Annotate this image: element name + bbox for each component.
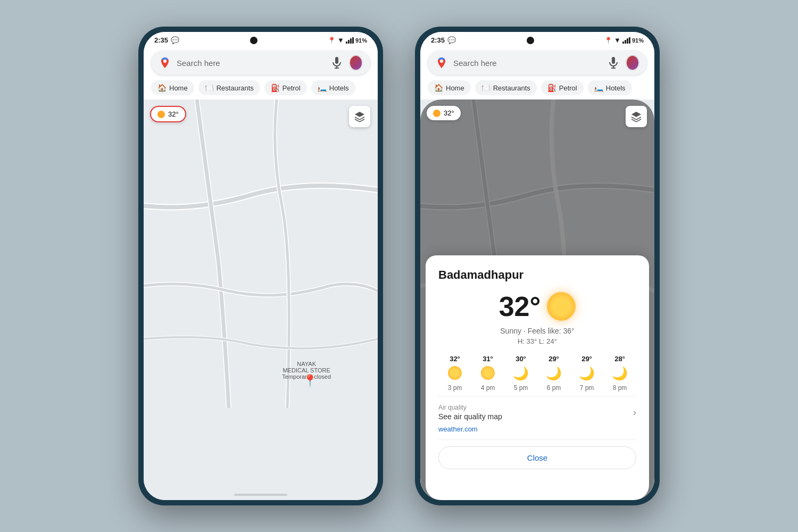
camera-notch-1 <box>250 37 257 44</box>
status-bar-2: 2:35 💬 📍 ▼ 91% <box>420 32 654 46</box>
temp-label-2: 32° <box>444 109 454 117</box>
weather-chip-1[interactable]: 32° <box>150 106 186 122</box>
hour-temp-4: 29° <box>581 355 592 363</box>
weather-temp-big: 32° <box>499 290 541 322</box>
hourly-temps-row: 32° 31° 30° 29° 29° 28° <box>438 355 636 363</box>
chip-restaurants-label-2: Restaurants <box>493 84 530 92</box>
chip-hotels-label-1: Hotels <box>329 84 349 92</box>
svg-rect-1 <box>335 57 338 64</box>
location-icon-1: 📍 <box>328 37 336 44</box>
phone-2: 2:35 💬 📍 ▼ 91% <box>415 27 660 505</box>
chips-row-1: 🏠 Home 🍽️ Restaurants ⛽ Petrol 🛏️ Hotels <box>144 78 378 99</box>
weather-source[interactable]: weather.com <box>438 421 636 440</box>
layers-icon-1 <box>354 111 365 122</box>
sun-icon-hour-0 <box>448 366 462 380</box>
chip-restaurants-2[interactable]: 🍽️ Restaurants <box>475 80 537 95</box>
temp-label-1: 32° <box>168 110 179 118</box>
sun-large-icon <box>547 292 576 321</box>
search-bar-container-1: Search here <box>144 46 378 78</box>
svg-point-5 <box>440 60 443 63</box>
svg-point-0 <box>163 60 167 63</box>
layers-button-2[interactable] <box>626 106 647 127</box>
hour-temp-1: 31° <box>483 355 493 363</box>
weather-location: Badamadhapur <box>438 268 636 282</box>
home-icon-1: 🏠 <box>157 84 167 92</box>
chip-home-1[interactable]: 🏠 Home <box>151 80 194 95</box>
hour-time-2: 5 pm <box>504 384 537 392</box>
hour-temp-0: 32° <box>450 355 460 363</box>
hour-item-1: 31° <box>471 355 504 363</box>
weather-description: Sunny · Feels like: 36° <box>438 327 636 335</box>
hour-icon-3: 🌙 <box>537 366 570 381</box>
hour-item-3: 29° <box>537 355 570 363</box>
layers-icon-2 <box>630 111 642 122</box>
avatar-2[interactable] <box>626 56 639 70</box>
moon-icon-4: 🌙 <box>579 366 595 381</box>
moon-icon-3: 🌙 <box>546 366 562 381</box>
chips-row-2: 🏠 Home 🍽️ Restaurants ⛽ Petrol 🛏️ Hotels <box>420 78 654 99</box>
hour-temp-5: 28° <box>614 355 625 363</box>
hourly-times-row: 3 pm 4 pm 5 pm 6 pm 7 pm 8 pm <box>438 384 636 392</box>
hour-time-5: 8 pm <box>603 384 636 392</box>
status-bar-1: 2:35 💬 📍 ▼ 91% <box>144 32 378 46</box>
svg-rect-4 <box>144 99 378 408</box>
signal-bars-1 <box>346 37 354 44</box>
restaurant-icon-1: 🍽️ <box>205 84 214 92</box>
air-quality-info: Air quality See air quality map <box>438 404 502 421</box>
whatsapp-icon-1: 💬 <box>171 36 179 44</box>
svg-rect-6 <box>612 57 615 64</box>
chip-hotels-1[interactable]: 🛏️ Hotels <box>311 80 355 95</box>
layers-button-1[interactable] <box>349 106 370 127</box>
google-maps-logo-2 <box>435 56 448 69</box>
close-button[interactable]: Close <box>438 446 636 469</box>
time-1: 2:35 <box>154 36 168 44</box>
search-bar-1[interactable]: Search here <box>151 51 370 75</box>
phone-1: 2:35 💬 📍 ▼ 91% <box>138 27 383 505</box>
hour-item-2: 30° <box>504 355 537 363</box>
hour-item-0: 32° <box>438 355 471 363</box>
sun-icon-hour-1 <box>481 366 495 380</box>
chip-restaurants-1[interactable]: 🍽️ Restaurants <box>198 80 260 95</box>
sun-icon-1 <box>157 111 165 118</box>
chip-petrol-label-1: Petrol <box>282 84 301 92</box>
hour-icon-1 <box>471 366 504 381</box>
weather-hl: H: 33° L: 24° <box>438 337 636 345</box>
chip-hotels-2[interactable]: 🛏️ Hotels <box>588 80 632 95</box>
moon-icon-5: 🌙 <box>612 366 628 381</box>
weather-chip-2[interactable]: 32° <box>427 106 461 120</box>
battery-icon-2: 91% <box>632 37 644 44</box>
air-quality-title: Air quality <box>438 404 502 411</box>
search-bar-2[interactable]: Search here <box>428 51 647 75</box>
chip-home-2[interactable]: 🏠 Home <box>428 80 471 95</box>
chip-petrol-2[interactable]: ⛽ Petrol <box>541 80 584 95</box>
chip-hotels-label-2: Hotels <box>606 84 626 92</box>
chevron-right-icon: › <box>633 407 636 418</box>
sun-icon-2 <box>433 110 440 117</box>
camera-notch-2 <box>527 37 534 44</box>
hourly-icons-row: 🌙 🌙 🌙 🌙 <box>438 366 636 381</box>
battery-icon-1: 91% <box>355 37 367 44</box>
time-2: 2:35 <box>431 36 445 44</box>
moon-icon-2: 🌙 <box>513 366 529 381</box>
hour-temp-3: 29° <box>548 355 559 363</box>
mic-icon-2[interactable] <box>606 56 620 70</box>
mic-icon-1[interactable] <box>330 56 344 70</box>
hour-item-4: 29° <box>570 355 603 363</box>
hour-icon-0 <box>438 366 471 381</box>
bottom-indicator-1 <box>234 494 287 496</box>
chip-petrol-1[interactable]: ⛽ Petrol <box>264 80 307 95</box>
hour-icon-2: 🌙 <box>504 366 537 381</box>
wifi-icon-2: ▼ <box>614 36 621 44</box>
chip-restaurants-label-1: Restaurants <box>217 84 254 92</box>
chip-home-label-2: Home <box>446 84 464 92</box>
map-area-1[interactable]: 32° NAYAKMEDICAL STORETemporarily closed… <box>144 99 378 500</box>
search-bar-container-2: Search here <box>420 46 654 78</box>
petrol-icon-1: ⛽ <box>271 84 280 92</box>
avatar-1[interactable] <box>349 56 363 70</box>
wifi-icon-1: ▼ <box>337 36 344 44</box>
hour-time-1: 4 pm <box>471 384 504 392</box>
search-text-1: Search here <box>177 59 325 68</box>
map-area-2: 32° Badamadhapur 32° Sunny · Feel <box>420 99 654 500</box>
map-marker-1: 📍 <box>303 374 317 388</box>
air-quality-row[interactable]: Air quality See air quality map › <box>438 396 636 421</box>
